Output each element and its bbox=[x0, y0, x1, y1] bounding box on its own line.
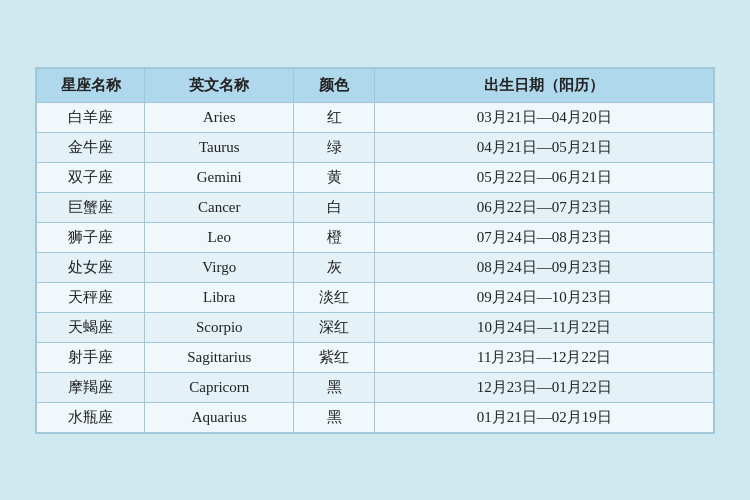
cell-english: Taurus bbox=[145, 132, 294, 162]
cell-color: 黑 bbox=[294, 372, 375, 402]
header-date: 出生日期（阳历） bbox=[375, 68, 714, 102]
cell-chinese: 摩羯座 bbox=[37, 372, 145, 402]
header-english: 英文名称 bbox=[145, 68, 294, 102]
cell-color: 橙 bbox=[294, 222, 375, 252]
table-row: 处女座Virgo灰08月24日—09月23日 bbox=[37, 252, 714, 282]
cell-date: 12月23日—01月22日 bbox=[375, 372, 714, 402]
cell-chinese: 天秤座 bbox=[37, 282, 145, 312]
cell-date: 06月22日—07月23日 bbox=[375, 192, 714, 222]
cell-color: 黄 bbox=[294, 162, 375, 192]
table-row: 射手座Sagittarius紫红11月23日—12月22日 bbox=[37, 342, 714, 372]
table-row: 金牛座Taurus绿04月21日—05月21日 bbox=[37, 132, 714, 162]
cell-date: 04月21日—05月21日 bbox=[375, 132, 714, 162]
cell-color: 灰 bbox=[294, 252, 375, 282]
cell-date: 08月24日—09月23日 bbox=[375, 252, 714, 282]
cell-chinese: 天蝎座 bbox=[37, 312, 145, 342]
cell-color: 黑 bbox=[294, 402, 375, 432]
cell-english: Leo bbox=[145, 222, 294, 252]
cell-chinese: 金牛座 bbox=[37, 132, 145, 162]
cell-chinese: 狮子座 bbox=[37, 222, 145, 252]
table-row: 狮子座Leo橙07月24日—08月23日 bbox=[37, 222, 714, 252]
header-chinese: 星座名称 bbox=[37, 68, 145, 102]
zodiac-table: 星座名称 英文名称 颜色 出生日期（阳历） 白羊座Aries红03月21日—04… bbox=[36, 68, 714, 433]
header-color: 颜色 bbox=[294, 68, 375, 102]
cell-chinese: 处女座 bbox=[37, 252, 145, 282]
table-row: 巨蟹座Cancer白06月22日—07月23日 bbox=[37, 192, 714, 222]
cell-color: 红 bbox=[294, 102, 375, 132]
cell-chinese: 射手座 bbox=[37, 342, 145, 372]
cell-chinese: 双子座 bbox=[37, 162, 145, 192]
cell-english: Cancer bbox=[145, 192, 294, 222]
cell-english: Gemini bbox=[145, 162, 294, 192]
cell-date: 10月24日—11月22日 bbox=[375, 312, 714, 342]
cell-color: 白 bbox=[294, 192, 375, 222]
table-row: 双子座Gemini黄05月22日—06月21日 bbox=[37, 162, 714, 192]
cell-english: Aries bbox=[145, 102, 294, 132]
table-row: 天蝎座Scorpio深红10月24日—11月22日 bbox=[37, 312, 714, 342]
cell-date: 03月21日—04月20日 bbox=[375, 102, 714, 132]
cell-color: 紫红 bbox=[294, 342, 375, 372]
table-row: 白羊座Aries红03月21日—04月20日 bbox=[37, 102, 714, 132]
table-row: 水瓶座Aquarius黑01月21日—02月19日 bbox=[37, 402, 714, 432]
table-header-row: 星座名称 英文名称 颜色 出生日期（阳历） bbox=[37, 68, 714, 102]
cell-english: Aquarius bbox=[145, 402, 294, 432]
cell-english: Sagittarius bbox=[145, 342, 294, 372]
cell-date: 01月21日—02月19日 bbox=[375, 402, 714, 432]
cell-color: 深红 bbox=[294, 312, 375, 342]
cell-english: Scorpio bbox=[145, 312, 294, 342]
table-row: 摩羯座Capricorn黑12月23日—01月22日 bbox=[37, 372, 714, 402]
cell-date: 11月23日—12月22日 bbox=[375, 342, 714, 372]
cell-date: 05月22日—06月21日 bbox=[375, 162, 714, 192]
zodiac-table-container: 星座名称 英文名称 颜色 出生日期（阳历） 白羊座Aries红03月21日—04… bbox=[35, 67, 715, 434]
cell-chinese: 白羊座 bbox=[37, 102, 145, 132]
cell-color: 绿 bbox=[294, 132, 375, 162]
cell-english: Capricorn bbox=[145, 372, 294, 402]
table-row: 天秤座Libra淡红09月24日—10月23日 bbox=[37, 282, 714, 312]
cell-english: Virgo bbox=[145, 252, 294, 282]
cell-english: Libra bbox=[145, 282, 294, 312]
cell-chinese: 水瓶座 bbox=[37, 402, 145, 432]
cell-date: 07月24日—08月23日 bbox=[375, 222, 714, 252]
cell-color: 淡红 bbox=[294, 282, 375, 312]
cell-date: 09月24日—10月23日 bbox=[375, 282, 714, 312]
cell-chinese: 巨蟹座 bbox=[37, 192, 145, 222]
